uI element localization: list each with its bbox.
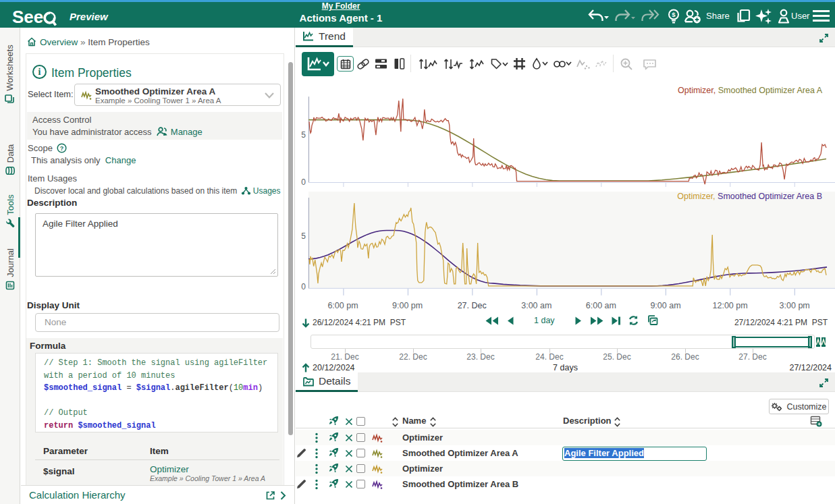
svg-text:$: $ — [672, 11, 676, 18]
svg-text:?: ? — [60, 145, 64, 152]
